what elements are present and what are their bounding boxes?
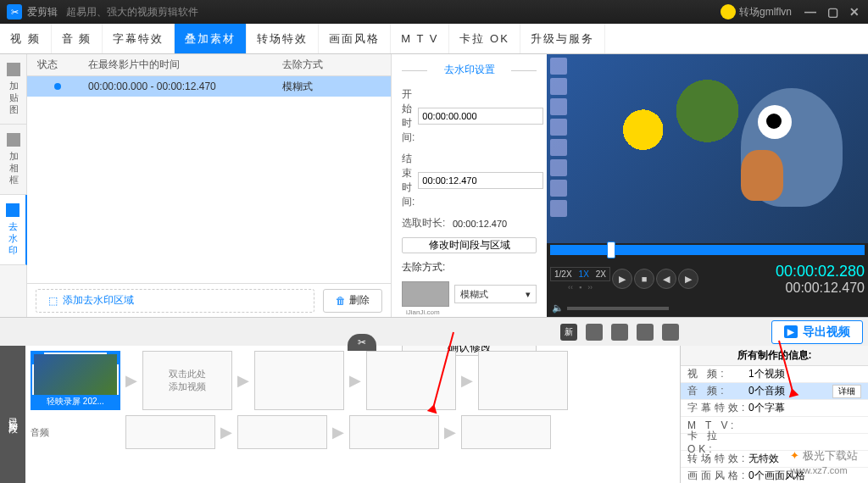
play-button[interactable]: ▶ [612, 269, 632, 289]
total-time: 00:00:12.470 [776, 280, 865, 296]
tab-4[interactable]: 转场特效 [247, 24, 319, 53]
chevron-down-icon: ▾ [526, 289, 531, 300]
method-label: 去除方式: [402, 260, 537, 275]
side-icon [7, 133, 20, 147]
open-folder-button[interactable] [586, 324, 603, 341]
app-name: 爱剪辑 [27, 5, 58, 19]
modify-range-button[interactable]: 修改时间段与区域 [402, 237, 537, 253]
scrub-bar[interactable] [550, 245, 865, 255]
volume-slider[interactable] [567, 307, 669, 310]
main-tabbar: 视 频音 频字幕特效叠加素材转场特效画面风格M T V卡拉 OK升级与服务 [0, 24, 868, 54]
app-logo-icon: ✂ [7, 4, 22, 19]
col-status: 状态 [27, 58, 78, 72]
watermark-list-panel: 状态 在最终影片中的时间 去除方式 00:00:00.000 - 00:00:1… [27, 54, 392, 317]
video-clip[interactable] [478, 351, 568, 410]
user-avatar-icon[interactable] [721, 4, 736, 19]
new-button[interactable]: 新 [560, 324, 577, 341]
speed-ticks: ‹‹▪›› [568, 283, 593, 291]
tab-3[interactable]: 叠加素材 [175, 24, 247, 53]
side-item-0[interactable]: 加贴图 [0, 54, 27, 125]
scissors-icon[interactable]: ✂ [348, 334, 376, 351]
detail-button[interactable]: 详细 [832, 385, 861, 398]
audio-clip[interactable] [349, 415, 439, 449]
tab-7[interactable]: 卡拉 OK [449, 24, 520, 53]
prev-frame-button[interactable]: ◀ [656, 269, 676, 289]
side-item-2[interactable]: 去水印 [0, 195, 27, 265]
audio-clip[interactable] [125, 415, 215, 449]
settings-title: 去水印设置 [402, 63, 537, 77]
watermark-settings-panel: 去水印设置 开始时间: 结束时间: 选取时长:00:00:12.470 修改时间… [392, 54, 547, 317]
tool-icons: 新 [560, 324, 679, 341]
video-clip[interactable] [254, 351, 344, 410]
volume-icon[interactable]: 🔈 [552, 303, 564, 314]
video-clip-row: ≡✕轻映录屏 202...▶双击此处 添加视频▶▶▶ [31, 351, 675, 410]
maximize-icon[interactable]: ▢ [826, 5, 839, 19]
list-row[interactable]: 00:00:00.000 - 00:00:12.470模糊式 [27, 76, 391, 97]
video-preview[interactable] [547, 54, 868, 243]
export-video-button[interactable]: 导出视频 [771, 320, 863, 344]
username[interactable]: 转场gmlflvn [739, 5, 792, 19]
info-title: 所有制作的信息: [681, 346, 868, 366]
app-slogan: 超易用、强大的视频剪辑软件 [66, 5, 198, 19]
info-row: 音 频:0个音频详细 [681, 383, 868, 400]
action-toolbar: 新 导出视频 [0, 317, 868, 346]
tab-6[interactable]: M T V [391, 24, 449, 53]
tab-0[interactable]: 视 频 [0, 24, 52, 53]
current-time: 00:00:02.280 [776, 263, 865, 280]
video-clip[interactable]: ≡✕轻映录屏 202... [31, 351, 120, 410]
video-clip[interactable] [366, 351, 456, 410]
info-row: 字幕特效:0个字幕 [681, 400, 868, 417]
video-clip[interactable]: 双击此处 添加视频 [142, 351, 232, 410]
audio-clip-row: 音频 ▶▶▶ [31, 415, 675, 449]
add-watermark-region-button[interactable]: 添加去水印区域 [36, 289, 314, 313]
speed-selector[interactable]: 1/2X1X2X [550, 267, 610, 281]
audio-clip[interactable] [461, 415, 551, 449]
playback-controls: 1/2X1X2X ‹‹▪›› ▶ ■ ◀ ▶ 00:00:02.280 00:0… [547, 255, 868, 303]
side-item-1[interactable]: 加相框 [0, 125, 27, 195]
timeline-area: 已添加片段 ≡✕轻映录屏 202...▶双击此处 添加视频▶▶▶ 音频 ▶▶▶ … [0, 346, 868, 483]
tab-2[interactable]: 字幕特效 [103, 24, 175, 53]
method-select[interactable]: 模糊式▾ [454, 285, 537, 303]
list-body[interactable]: 00:00:00.000 - 00:00:12.470模糊式 [27, 76, 391, 283]
tab-1[interactable]: 音 频 [52, 24, 103, 53]
method-preview-thumb [402, 281, 449, 307]
side-icon [6, 203, 19, 217]
audio-clip[interactable] [237, 415, 327, 449]
delete-button[interactable]: 删除 [323, 289, 382, 313]
scrub-handle[interactable] [607, 242, 615, 258]
help-button[interactable] [637, 324, 654, 341]
titlebar: ✂ 爱剪辑 超易用、强大的视频剪辑软件 转场gmlflvn — ▢ ✕ [0, 0, 868, 24]
close-icon[interactable]: ✕ [848, 5, 861, 19]
save-button[interactable] [611, 324, 628, 341]
tab-8[interactable]: 升级与服务 [520, 24, 605, 53]
tab-5[interactable]: 画面风格 [319, 24, 391, 53]
side-icon [7, 63, 20, 76]
site-watermark: ✦ 极光下载站www.xz7.com [790, 448, 858, 476]
overlay-sidebar: 加贴图加相框去水印 [0, 54, 27, 317]
start-time-input[interactable] [418, 108, 543, 125]
col-time: 在最终影片中的时间 [78, 58, 272, 72]
duration-value: 00:00:12.470 [453, 219, 507, 229]
minimize-icon[interactable]: — [804, 5, 817, 19]
next-frame-button[interactable]: ▶ [678, 269, 698, 289]
end-time-input[interactable] [418, 172, 543, 189]
stop-button[interactable]: ■ [634, 269, 654, 289]
list-header: 状态 在最终影片中的时间 去除方式 [27, 54, 391, 76]
share-button[interactable] [662, 324, 679, 341]
preview-panel: 1/2X1X2X ‹‹▪›› ▶ ■ ◀ ▶ 00:00:02.280 00:0… [547, 54, 868, 317]
col-method: 去除方式 [272, 58, 391, 72]
clips-label: 已添加片段 [0, 346, 25, 483]
info-row: 视 频:1个视频 [681, 366, 868, 383]
